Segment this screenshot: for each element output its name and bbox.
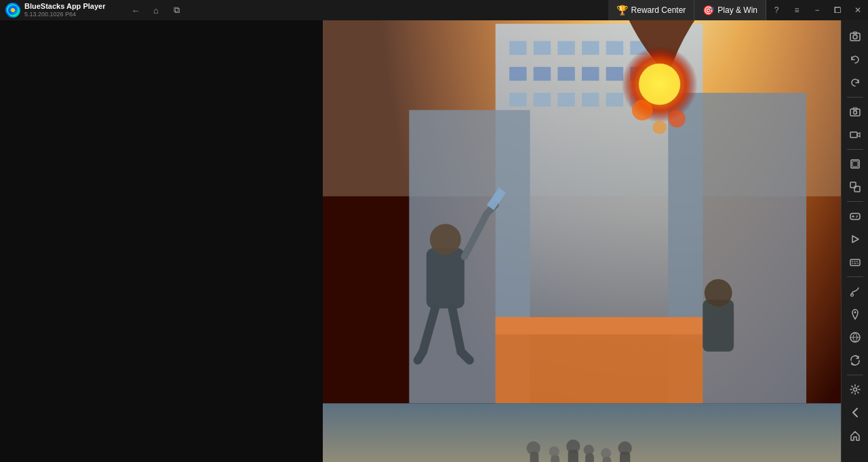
help-button[interactable]: ? (766, 0, 787, 20)
svg-point-1 (11, 8, 15, 12)
svg-rect-77 (852, 263, 853, 264)
svg-point-38 (601, 448, 611, 459)
svg-rect-19 (557, 93, 574, 106)
svg-rect-78 (854, 263, 856, 264)
app-version: 5.13.200.1026 P64 (24, 11, 105, 18)
app-title-block: BlueStacks App Player 5.13.200.1026 P64 (24, 2, 105, 18)
reward-center-button[interactable]: 🏆 Reward Center (608, 0, 695, 20)
svg-rect-15 (606, 67, 623, 81)
play-win-button[interactable]: 🎯 Play & Win (694, 0, 766, 20)
svg-rect-20 (582, 93, 599, 106)
sync2-icon[interactable] (844, 350, 866, 371)
svg-rect-13 (557, 67, 574, 81)
game-canvas: MONSTER HUNTER NOW (323, 20, 841, 462)
svg-point-51 (430, 224, 461, 255)
titlebar-right: 🏆 Reward Center 🎯 Play & Win ? ≡ − ⧠ ✕ (608, 0, 868, 20)
svg-point-40 (618, 441, 631, 455)
game-area[interactable]: MONSTER HUNTER NOW (323, 20, 841, 462)
svg-point-53 (705, 279, 732, 307)
svg-point-60 (853, 35, 857, 39)
right-toolbar (841, 20, 868, 462)
svg-rect-9 (606, 41, 623, 55)
layers-icon[interactable] (844, 153, 866, 175)
record-icon[interactable] (844, 124, 866, 146)
svg-rect-73 (850, 259, 860, 266)
paint-icon[interactable] (844, 280, 866, 302)
svg-point-30 (527, 441, 540, 455)
svg-rect-26 (496, 317, 703, 334)
window-controls: ? ≡ − ⧠ ✕ (766, 0, 868, 20)
home3-icon[interactable] (844, 425, 866, 446)
svg-point-46 (639, 64, 680, 105)
svg-rect-11 (509, 67, 526, 81)
multi-button[interactable]: ⧉ (167, 3, 186, 18)
screenshot-icon[interactable] (844, 26, 866, 47)
titlebar: BlueStacks App Player 5.13.200.1026 P64 … (0, 0, 868, 20)
svg-rect-17 (509, 93, 526, 106)
svg-rect-5 (509, 41, 526, 55)
svg-rect-67 (852, 161, 858, 167)
svg-rect-14 (582, 67, 599, 81)
svg-rect-27 (323, 403, 841, 462)
play-win-icon: 🎯 (703, 5, 714, 16)
location-icon[interactable] (844, 303, 866, 325)
svg-rect-50 (427, 248, 465, 308)
svg-rect-18 (534, 93, 551, 106)
svg-point-63 (853, 111, 856, 114)
close-button[interactable]: ✕ (848, 0, 868, 20)
toolbar-sep-2 (847, 149, 863, 150)
svg-point-36 (584, 445, 594, 455)
toolbar-sep-4 (847, 276, 863, 277)
arrow-back-icon[interactable] (844, 402, 866, 423)
svg-point-48 (668, 110, 685, 127)
svg-rect-12 (534, 67, 551, 81)
rotate-cw-icon[interactable] (844, 72, 866, 93)
macro-icon[interactable] (844, 228, 866, 250)
gamepad-icon[interactable] (844, 205, 866, 227)
svg-rect-76 (856, 261, 858, 262)
svg-rect-74 (852, 261, 853, 262)
restore-button[interactable]: ⧠ (827, 0, 848, 20)
titlebar-nav: ← ⌂ ⧉ (122, 3, 190, 18)
reward-center-label: Reward Center (631, 5, 686, 15)
rotate-ccw-icon[interactable] (844, 49, 866, 70)
keyboard-icon[interactable] (844, 251, 866, 273)
globe-icon[interactable] (844, 327, 866, 348)
toolbar-sep-5 (847, 375, 863, 375)
svg-rect-52 (703, 300, 734, 352)
app-logo (5, 3, 20, 18)
svg-point-47 (632, 100, 653, 121)
reward-icon: 🏆 (616, 5, 628, 16)
svg-point-32 (549, 446, 559, 457)
svg-rect-7 (557, 41, 574, 55)
svg-rect-65 (850, 132, 857, 138)
toolbar-sep-1 (847, 97, 863, 98)
svg-point-34 (566, 440, 580, 453)
toolbar-sep-3 (847, 201, 863, 202)
svg-point-71 (856, 215, 858, 217)
svg-rect-59 (850, 33, 860, 41)
svg-point-72 (856, 217, 857, 218)
app-logo-area: BlueStacks App Player 5.13.200.1026 P64 (0, 2, 122, 18)
svg-rect-75 (854, 261, 855, 262)
svg-point-49 (652, 121, 666, 134)
svg-rect-21 (606, 93, 623, 106)
svg-rect-6 (534, 41, 551, 55)
play-win-label: Play & Win (717, 5, 757, 15)
svg-point-84 (853, 388, 856, 392)
menu-button[interactable]: ≡ (787, 0, 807, 20)
minimize-button[interactable]: − (807, 0, 827, 20)
home-button[interactable]: ⌂ (146, 3, 165, 18)
svg-rect-79 (857, 263, 859, 264)
multi-instance-icon[interactable] (844, 176, 866, 198)
svg-rect-8 (582, 41, 599, 55)
app-title: BlueStacks App Player (24, 2, 105, 11)
camera2-icon[interactable] (844, 101, 866, 123)
back-button[interactable]: ← (126, 3, 145, 18)
settings-icon[interactable] (844, 379, 866, 400)
left-panel (0, 20, 323, 462)
svg-point-81 (854, 312, 856, 314)
